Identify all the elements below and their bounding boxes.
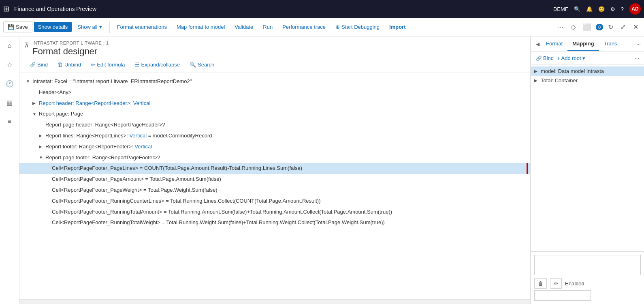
edit-formula-button[interactable]: ✏ Edit formula (87, 60, 129, 69)
tree-item[interactable]: Cell<ReportPageFooter_RunningTotalWeight… (19, 217, 530, 228)
show-all-button[interactable]: Show all ▾ (73, 22, 106, 32)
arrow-icon (39, 122, 45, 128)
right-tree-item-total[interactable]: ▶ Total: Container (531, 76, 644, 85)
arrow-icon (45, 220, 52, 226)
right-tree-panel: ▶ model: Data model Intrasta ▶ Total: Co… (531, 65, 644, 251)
format-enumerations-button[interactable]: Format enumerations (113, 22, 171, 32)
arrow-icon: ▼ (32, 111, 39, 118)
arrow-icon (45, 198, 52, 204)
smiley-icon[interactable]: 😊 (598, 6, 605, 12)
arrow-icon: ▶ (32, 100, 39, 107)
tree-area: ▼ Intrastat: Excel = "Intrastat report L… (19, 73, 530, 299)
refresh-icon[interactable]: ↻ (606, 21, 616, 32)
left-arrow-icon[interactable]: ◀ (534, 40, 541, 49)
search-icon[interactable]: 🔍 (574, 6, 580, 12)
unbind-button[interactable]: 🗑 Unbind (53, 60, 85, 69)
clock-icon[interactable]: 🕐 (3, 77, 16, 90)
tab-format[interactable]: Format (541, 37, 567, 51)
tree-item[interactable]: ▶ Report lines: Range<ReportLines>: Vert… (19, 131, 530, 141)
star-icon[interactable]: ☆ (4, 58, 15, 71)
arrow-icon (45, 165, 52, 172)
avatar[interactable]: AD (629, 3, 641, 15)
tree-item[interactable]: Cell<ReportPageFooter_RunningTotalAmount… (19, 207, 530, 218)
top-bar-right: DEMF 🔍 🔔 😊 ⚙ ? AD (553, 3, 641, 15)
home-icon[interactable]: ⌂ (5, 40, 14, 52)
grid-icon[interactable]: ⊞ (3, 4, 9, 13)
tree-item[interactable]: Header<Any> (19, 87, 530, 98)
tree-item[interactable]: Report page header: Range<ReportPageHead… (19, 120, 530, 131)
tab-trans[interactable]: Trans (599, 37, 622, 51)
close-icon[interactable]: ✕ (631, 21, 641, 32)
help-icon[interactable]: ? (621, 6, 624, 12)
expand-collapse-button[interactable]: ☰ Expand/collapse (131, 60, 184, 69)
enabled-input[interactable] (534, 290, 591, 301)
selected-bar (527, 163, 528, 174)
right-bind-button[interactable]: 🔗 Bind (536, 55, 554, 61)
list-icon[interactable]: ≡ (5, 116, 14, 128)
tree-item[interactable]: Cell<ReportPageFooter_PageAmount> = Tota… (19, 174, 530, 185)
start-debugging-button[interactable]: ⊕ Start Debugging (331, 22, 384, 32)
tree-item[interactable]: ▼ Report page footer: Range<ReportPageFo… (19, 152, 530, 163)
chevron-down-icon: ▾ (582, 55, 585, 61)
tree-item-selected[interactable]: Cell<ReportPageFooter_PageLines> = COUNT… (19, 163, 530, 174)
tree-item[interactable]: Cell<ReportPageFooter_PageWeight> = Tota… (19, 185, 530, 196)
right-tree-item-model[interactable]: ▶ model: Data model Intrasta (531, 66, 644, 76)
arrow-icon (45, 187, 52, 193)
save-icon: 💾 (8, 24, 14, 30)
separator-1 (109, 21, 110, 33)
formula-box[interactable] (534, 255, 641, 275)
arrow-icon (45, 176, 52, 183)
filter-icon[interactable]: ⊼ (24, 41, 29, 49)
import-button[interactable]: Import (385, 22, 409, 32)
expand-collapse-icon: ☰ (135, 62, 140, 68)
arrow-icon: ▶ (534, 69, 541, 73)
edit-button[interactable]: ✏ (550, 278, 562, 289)
bell-icon[interactable]: 🔔 (586, 6, 593, 12)
arrow-icon: ▼ (26, 78, 32, 85)
tree-item[interactable]: ▼ Intrastat: Excel = "Intrastat report L… (19, 76, 530, 87)
arrow-icon: ▶ (534, 78, 541, 83)
bottom-actions: 🗑 ✏ Enabled (534, 278, 641, 289)
more-button[interactable]: ··· (556, 22, 566, 32)
more-tabs-icon[interactable]: ··· (636, 41, 641, 47)
right-panel-actions: 🔗 Bind + Add root ▾ ··· (531, 52, 644, 65)
tree-item[interactable]: ▶ Report footer: Range<ReportFooter>: Ve… (19, 141, 530, 152)
settings-icon[interactable]: ⚙ (610, 6, 615, 12)
search-button[interactable]: 🔍 Search (186, 60, 218, 69)
arrow-icon: ▶ (39, 143, 45, 150)
right-panel-bottom: 🗑 ✏ Enabled (531, 251, 644, 304)
show-details-button[interactable]: Show details (34, 22, 72, 32)
add-root-button[interactable]: + Add root ▾ (557, 55, 585, 61)
edit-icon: ✏ (91, 62, 95, 68)
calendar-icon[interactable]: ▦ (4, 96, 15, 109)
bind-button[interactable]: 🔗 Bind (26, 60, 52, 69)
toolbar-right: ··· ◇ ⬜ 0 ↻ ⤢ ✕ (556, 21, 641, 32)
horizontal-scrollbar[interactable] (19, 299, 530, 304)
right-more-icon[interactable]: ··· (635, 55, 639, 61)
map-format-button[interactable]: Map format to model (173, 22, 229, 32)
left-panel: ⊼ INTRASTAT REPORT LITWARE : 1 Format de… (19, 36, 531, 304)
badge-icon[interactable]: 0 (596, 24, 603, 30)
validate-button[interactable]: Validate (230, 22, 257, 32)
diamond-icon[interactable]: ◇ (568, 21, 578, 32)
save-button[interactable]: 💾 Save (3, 21, 32, 32)
run-button[interactable]: Run (259, 22, 277, 32)
toolbar: 💾 Save Show details Show all ▾ Format en… (0, 18, 644, 36)
chevron-down-icon: ▾ (99, 24, 102, 30)
split-icon[interactable]: ⬜ (580, 21, 593, 32)
main-container: ⌂ ☆ 🕐 ▦ ≡ ⊼ INTRASTAT REPORT LITWARE : 1… (0, 36, 644, 304)
search-icon: 🔍 (190, 62, 196, 68)
env-label: DEMF (553, 6, 568, 12)
unbind-icon: 🗑 (58, 62, 63, 68)
tree-item[interactable]: ▼ Report page: Page (19, 109, 530, 120)
left-sidebar: ⌂ ☆ 🕐 ▦ ≡ (0, 36, 19, 304)
tree-item[interactable]: ▶ Report header: Range<ReportHeader>: Ve… (19, 98, 530, 109)
tree-item[interactable]: Cell<ReportPageFooter_RunningCounterLine… (19, 196, 530, 207)
delete-button[interactable]: 🗑 (534, 278, 547, 289)
content-area: ⊼ INTRASTAT REPORT LITWARE : 1 Format de… (19, 36, 644, 304)
expand-icon[interactable]: ⤢ (618, 21, 628, 32)
panel-subtitle: INTRASTAT REPORT LITWARE : 1 (32, 41, 109, 45)
performance-trace-button[interactable]: Performance trace (278, 22, 330, 32)
link-icon: 🔗 (536, 56, 542, 61)
tab-mapping[interactable]: Mapping (567, 37, 599, 51)
